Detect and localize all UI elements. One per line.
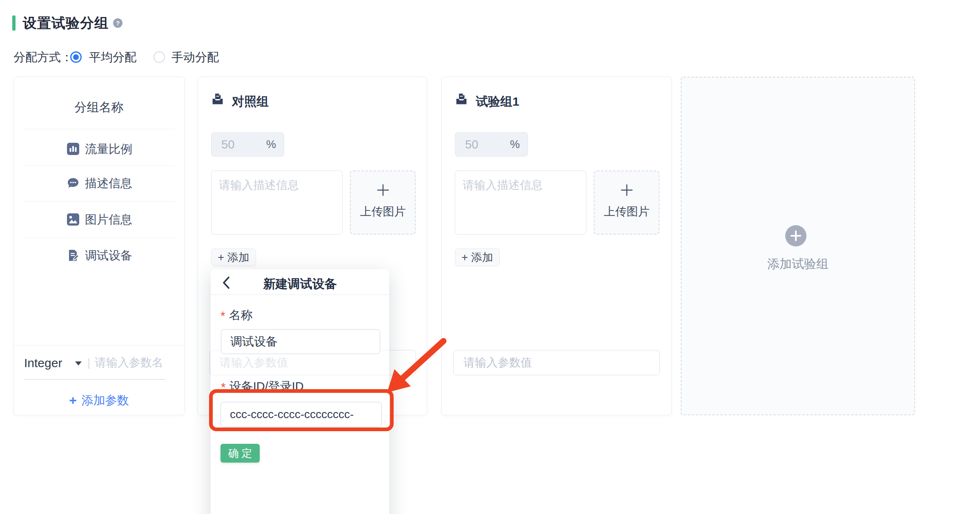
page-title: 设置试验分组 xyxy=(23,14,109,33)
percent-field: % xyxy=(211,132,284,157)
add-circle-icon[interactable] xyxy=(785,225,806,246)
input-underline xyxy=(24,379,166,380)
title-accent-bar xyxy=(12,16,16,31)
group-name: 对照组 xyxy=(232,93,269,110)
add-device-button[interactable]: + 添加 xyxy=(455,248,500,266)
matrix-row-traffic-ratio: 流量比例 xyxy=(85,143,132,155)
divider xyxy=(24,129,175,129)
param-value-input[interactable] xyxy=(453,350,660,375)
percent-field: % xyxy=(455,132,528,157)
chevron-down-icon[interactable] xyxy=(75,361,82,366)
add-test-group-label: 添加试验组 xyxy=(682,256,914,273)
radio-average-label[interactable]: 平均分配 xyxy=(89,51,136,63)
bar-chart-icon xyxy=(67,143,79,155)
percent-input xyxy=(455,132,528,157)
param-type-select[interactable]: Integer xyxy=(24,357,62,370)
upload-label: 上传图片 xyxy=(351,204,415,219)
upload-label: 上传图片 xyxy=(595,204,659,219)
matrix-row-debug-device: 调试设备 xyxy=(85,249,132,261)
divider xyxy=(24,201,175,202)
test-group-panel: 试验组1 % 上传图片 + 添加 xyxy=(441,77,672,415)
upload-image-button[interactable]: 上传图片 xyxy=(350,171,416,235)
divider xyxy=(24,237,175,238)
matrix-row-description: 描述信息 xyxy=(85,177,132,189)
add-test-group-panel[interactable]: 添加试验组 xyxy=(681,77,915,415)
image-icon xyxy=(67,213,79,226)
device-name-input[interactable] xyxy=(221,329,380,354)
required-mark: * xyxy=(220,309,225,322)
doc-edit-icon xyxy=(67,249,79,261)
plus-icon: + xyxy=(69,393,77,408)
plus-icon xyxy=(619,182,635,198)
matrix-panel: 分组名称 流量比例 描述信息 图片信息 调试设备 Integer | xyxy=(13,77,185,415)
divider xyxy=(24,165,175,166)
plus-icon xyxy=(375,182,391,198)
group-inbox-icon xyxy=(455,93,468,105)
add-device-button[interactable]: + 添加 xyxy=(211,248,256,266)
upload-image-button[interactable]: 上传图片 xyxy=(594,171,659,235)
matrix-row-image-info: 图片信息 xyxy=(85,213,132,226)
allocation-label: 分配方式： xyxy=(13,51,73,63)
required-mark: * xyxy=(221,380,226,394)
group-name: 试验组1 xyxy=(476,93,519,110)
description-textarea[interactable] xyxy=(455,171,586,235)
device-id-input[interactable] xyxy=(220,402,382,427)
name-field-label: *名称 xyxy=(220,308,253,323)
device-id-field-label: *设备ID/登录ID xyxy=(221,379,304,394)
input-separator: | xyxy=(87,356,90,369)
add-param-button[interactable]: +添加参数 xyxy=(14,392,184,409)
matrix-header: 分组名称 xyxy=(14,99,184,116)
plus-icon xyxy=(791,230,801,241)
radio-average-allocation[interactable] xyxy=(70,51,82,63)
new-debug-device-popover: 新建调试设备 *名称 *设备ID/登录ID 确 定 xyxy=(211,269,389,514)
comment-icon xyxy=(67,177,79,189)
divider xyxy=(14,345,184,346)
popover-title: 新建调试设备 xyxy=(211,276,389,292)
param-name-input[interactable] xyxy=(95,354,168,371)
divider xyxy=(211,295,389,295)
radio-manual-label[interactable]: 手动分配 xyxy=(172,51,219,63)
confirm-button[interactable]: 确 定 xyxy=(220,444,260,463)
help-icon[interactable]: ? xyxy=(113,18,122,28)
description-textarea[interactable] xyxy=(211,171,343,235)
radio-manual-allocation[interactable] xyxy=(154,51,165,63)
percent-input xyxy=(211,132,284,157)
group-inbox-icon xyxy=(212,93,224,105)
